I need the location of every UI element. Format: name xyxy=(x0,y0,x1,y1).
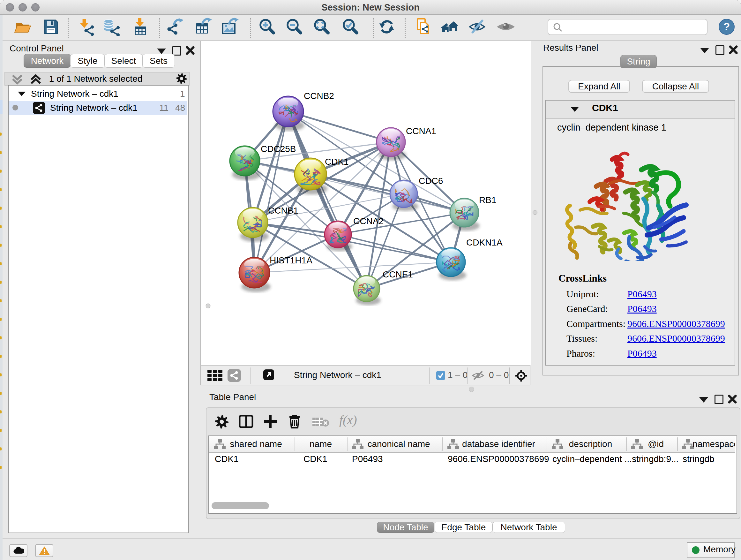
svg-text:CDC6: CDC6 xyxy=(419,176,443,186)
svg-text:CCNA2: CCNA2 xyxy=(353,216,384,226)
svg-text:CCNE1: CCNE1 xyxy=(383,269,413,279)
svg-text:CDKN1A: CDKN1A xyxy=(466,238,502,247)
svg-text:CCNA1: CCNA1 xyxy=(406,126,436,136)
svg-text:CCNB2: CCNB2 xyxy=(304,91,334,101)
svg-text:CDK1: CDK1 xyxy=(325,157,349,167)
svg-text:HIST1H1A: HIST1H1A xyxy=(270,255,313,265)
svg-text:?: ? xyxy=(724,20,730,33)
svg-text:CDC25B: CDC25B xyxy=(261,144,296,154)
svg-text:RB1: RB1 xyxy=(479,195,496,205)
svg-text:CCNB1: CCNB1 xyxy=(268,206,298,215)
